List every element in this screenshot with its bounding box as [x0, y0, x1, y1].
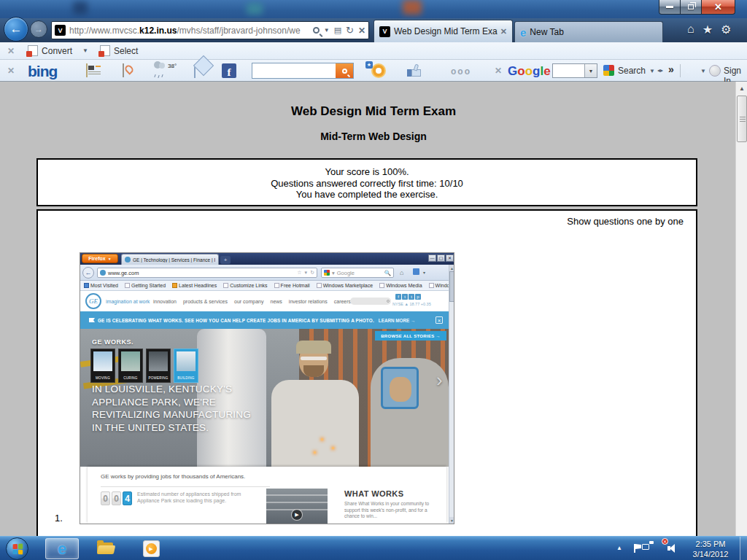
compatibility-view-icon[interactable]: ▤: [334, 26, 341, 35]
taskbar-wmp-button[interactable]: ▶: [134, 538, 168, 559]
minimize-button[interactable]: [659, 0, 681, 15]
ge-tagline: imagination at work: [106, 299, 150, 304]
firefox-dropdown-icon: ▾: [423, 270, 425, 275]
screen: ✕ ← → V http://www.mvcsc.k12.in.us/mvhs/…: [0, 0, 747, 560]
score-line: Your score is 100%.: [38, 166, 696, 178]
tab-new-tab[interactable]: e New Tab: [514, 21, 663, 42]
page-title: Web Design Mid Term Exam: [0, 104, 747, 119]
story-thumb-building: BUILDING: [174, 349, 198, 383]
ge-logo: GE: [85, 293, 101, 309]
ge-search-pill: [350, 298, 391, 305]
scrollbar-thumb[interactable]: [737, 96, 747, 142]
story-thumbnails: MOVING CURING POWERING BUILDING: [90, 349, 198, 383]
show-desktop-button[interactable]: [740, 537, 747, 560]
wrench-dropdown-icon[interactable]: ▼: [700, 68, 706, 74]
bing-toolbar-close-icon[interactable]: ✕: [7, 66, 15, 76]
ge-announcement-banner: GE IS CELEBRATING WHAT WORKS. SEE HOW YO…: [80, 311, 449, 329]
ie-icon: e: [520, 26, 526, 39]
megaphone-icon: [89, 318, 95, 322]
bing-logo[interactable]: bing: [28, 63, 57, 79]
facebook-icon[interactable]: f: [222, 63, 236, 78]
maps-icon[interactable]: [123, 63, 124, 77]
desktop-icon-blur-1: [73, 1, 88, 15]
story-thumb-moving: MOVING: [90, 349, 115, 383]
bing-toolbar: ✕ bing 38° f ★ ooo ✕ Google ▼ Search ▼ ◂…: [0, 60, 747, 82]
toolbar-resize-handle[interactable]: ◂▸: [657, 67, 663, 74]
address-dropdown-icon[interactable]: ▼: [324, 27, 330, 34]
google-toolbar-close-icon[interactable]: ✕: [495, 66, 502, 76]
google-search-icon: [603, 65, 614, 76]
windows-logo-icon: [12, 543, 23, 554]
select-button[interactable]: Select: [114, 46, 138, 56]
more-apps-icon[interactable]: ooo: [451, 66, 471, 77]
tab-label: New Tab: [530, 27, 657, 37]
search-icon[interactable]: [313, 27, 320, 34]
firefox-url-field: www.ge.com ☆▾↻: [97, 268, 317, 278]
select-icon: [100, 45, 110, 56]
taskbar-clock[interactable]: 2:35 PM 3/14/2012: [684, 539, 737, 559]
toolbar-close-icon[interactable]: ✕: [7, 46, 15, 56]
news-icon[interactable]: [86, 63, 88, 77]
firefox-back-icon: ←: [82, 267, 94, 279]
address-bar[interactable]: V http://www.mvcsc.k12.in.us/mvhs/staff/…: [51, 21, 369, 39]
ie-icon: e: [58, 540, 66, 559]
home-icon[interactable]: ⌂: [687, 23, 694, 36]
forward-button[interactable]: →: [30, 20, 47, 38]
firefox-nav-bar: ← www.ge.com ☆▾↻ ▾ Google 🔍 ⌂ ▾: [80, 265, 454, 281]
firefox-new-tab-icon: +: [220, 256, 231, 264]
page-content: Web Design Mid Term Exam Mid-Term Web De…: [0, 82, 747, 536]
google-search-dropdown-icon[interactable]: ▼: [584, 64, 597, 77]
ge-works-label: GE WORKS.: [92, 338, 133, 346]
ge-hero-photo: GE WORKS. MOVING CURING POWERING BUILDIN…: [80, 329, 449, 467]
ge-content-card: GE works by providing jobs for thousands…: [88, 467, 446, 524]
play-icon: ▶: [291, 509, 303, 521]
score-line: You have completed the exercise.: [38, 189, 696, 201]
favorites-star-icon[interactable]: ★: [703, 23, 713, 36]
tab-close-icon[interactable]: ✕: [500, 27, 507, 36]
tools-gear-icon[interactable]: ⚙: [721, 23, 731, 36]
toolbar-divider: [680, 64, 681, 77]
mail-icon[interactable]: [194, 64, 196, 78]
media-player-icon: ▶: [143, 540, 160, 557]
score-line: Questions answered correctly first time:…: [38, 178, 696, 190]
video-thumbnail: ▶: [266, 489, 328, 524]
convert-button[interactable]: Convert: [42, 46, 72, 56]
google-search-input[interactable]: ▼: [552, 63, 597, 78]
avatar: [709, 65, 721, 77]
more-buttons-chevron[interactable]: »: [668, 63, 674, 75]
window-titlebar: ✕: [0, 0, 747, 18]
close-button[interactable]: ✕: [702, 0, 735, 15]
tab-web-design-exam[interactable]: V Web Design Mid Term Exam ✕: [374, 20, 513, 42]
browser-navigation-bar: ← → V http://www.mvcsc.k12.in.us/mvhs/st…: [0, 18, 747, 42]
scroll-up-icon[interactable]: ▲: [737, 82, 747, 94]
firefox-bookmark-icon: [413, 268, 419, 275]
firefox-search-field: ▾ Google 🔍: [321, 268, 394, 278]
tray-hidden-icons-arrow[interactable]: ▲: [616, 545, 622, 551]
google-search-button[interactable]: Search: [618, 66, 646, 76]
taskbar-explorer-button[interactable]: [89, 538, 123, 559]
counter-caption: Estimated number of appliances shipped f…: [137, 491, 248, 504]
back-button[interactable]: ←: [4, 17, 28, 42]
what-works-text: Share What Works in your community to su…: [344, 501, 436, 520]
show-questions-link[interactable]: Show questions one by one: [567, 216, 684, 227]
search-options-dropdown-icon[interactable]: ▼: [649, 68, 655, 74]
desktop-icon-blur-2: [247, 3, 263, 15]
restore-button[interactable]: [681, 0, 702, 15]
firefox-bookmarks-bar: Most Visited Getting Started Latest Head…: [80, 281, 454, 291]
convert-dropdown-icon[interactable]: ▼: [82, 47, 88, 54]
page-subtitle: Mid-Term Web Design: [0, 131, 747, 142]
page-scrollbar[interactable]: ▲: [735, 82, 747, 536]
firefox-titlebar: Firefox▼ GE | Technology | Services | Fi…: [80, 253, 454, 265]
taskbar-ie-button[interactable]: e: [45, 538, 79, 559]
taskbar: e ▶ ▲ ✕ 2:35 PM 3/14/2012: [0, 536, 747, 560]
stop-icon[interactable]: ✕: [358, 26, 365, 36]
tab-favicon: V: [379, 26, 390, 37]
bing-search-button[interactable]: [336, 63, 353, 78]
desktop-icon-blur-3: [403, 0, 422, 15]
bing-search-input[interactable]: [252, 63, 354, 79]
start-button[interactable]: [6, 537, 28, 560]
firefox-menu-button: Firefox▼: [82, 254, 118, 263]
window-caption-buttons: ✕: [659, 0, 735, 15]
google-logo[interactable]: Google: [508, 65, 551, 77]
refresh-icon[interactable]: ↻: [346, 25, 354, 36]
